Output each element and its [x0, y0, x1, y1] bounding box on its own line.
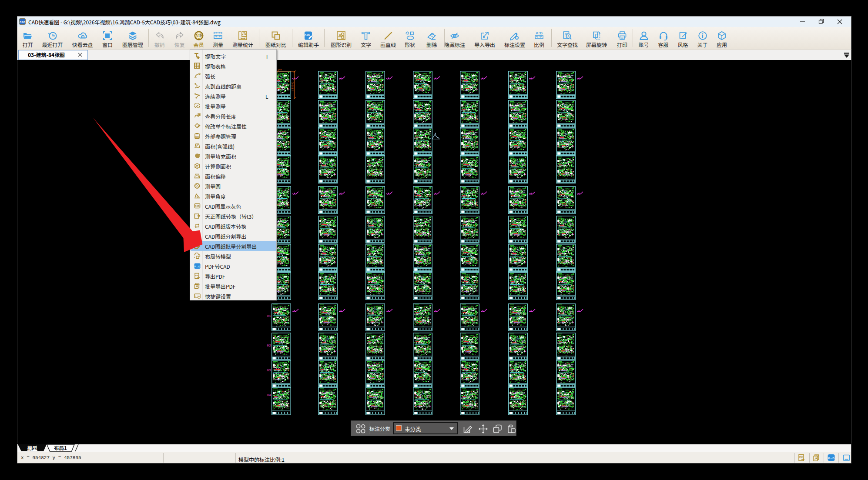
svg-text:02: 02 — [267, 343, 271, 347]
svg-text:A: A — [567, 33, 570, 38]
svg-text:模型: 模型 — [27, 444, 37, 451]
svg-text:PDF: PDF — [815, 455, 819, 457]
svg-text:P→D: P→D — [828, 457, 834, 460]
svg-text:CAD: CAD — [305, 34, 310, 37]
svg-text:PDF: PDF — [799, 456, 803, 458]
svg-text:PDF: PDF — [196, 283, 200, 286]
svg-text:A:B: A:B — [536, 31, 543, 35]
svg-text:04: 04 — [267, 393, 271, 397]
svg-text:03: 03 — [267, 368, 271, 372]
svg-text:(1590): (1590) — [291, 81, 294, 91]
svg-text:VIP: VIP — [196, 34, 201, 38]
svg-text:布局1: 布局1 — [54, 444, 67, 451]
svg-text:14h: 14h — [278, 68, 282, 71]
svg-text:01: 01 — [267, 314, 271, 318]
svg-text:PDF: PDF — [195, 274, 199, 277]
svg-text:CAD: CAD — [20, 21, 26, 23]
